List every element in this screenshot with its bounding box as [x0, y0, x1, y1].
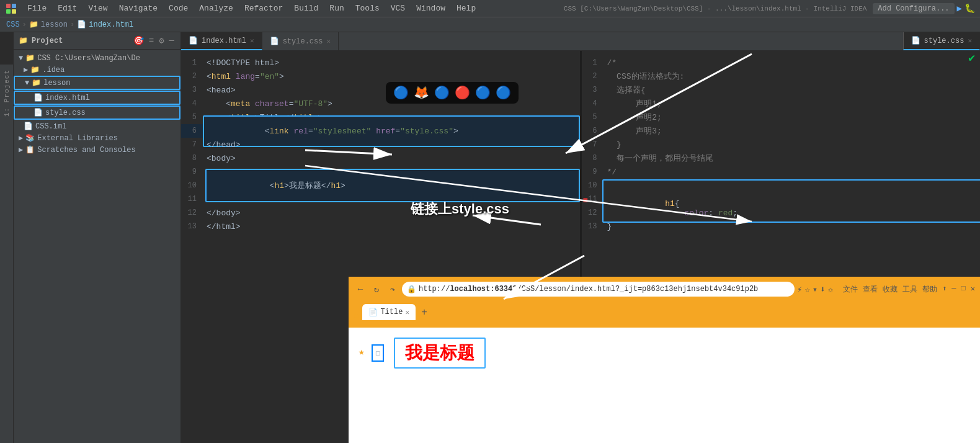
help-menu-browser[interactable]: 帮助	[922, 284, 937, 295]
tab-style-label: style.css	[283, 37, 323, 46]
tab-style-css-right[interactable]: 📄 style.css ✕	[903, 32, 980, 50]
tools-menu-browser[interactable]: 工具	[902, 284, 917, 295]
tree-style-css[interactable]: 📄 style.css	[14, 105, 180, 120]
tree-index-html[interactable]: 📄 index.html	[14, 91, 180, 105]
star-icon[interactable]: ☆	[804, 284, 809, 295]
tree-css-iml[interactable]: 📄 CSS.iml	[14, 120, 180, 132]
folder-icon: 📁	[32, 78, 41, 87]
r-code-line-7: 7 }	[582, 138, 981, 151]
tree-idea[interactable]: ▶ 📁 .idea	[14, 64, 180, 76]
code-line-8: 8 <body>	[181, 151, 580, 165]
locate-icon[interactable]: 🎯	[132, 35, 145, 47]
breadcrumb-css: CSS	[6, 20, 20, 29]
file-menu[interactable]: 文件	[843, 284, 858, 295]
security-icon: 🔒	[407, 285, 416, 294]
tree-ext-label: External Libraries	[37, 134, 118, 143]
vertical-tab[interactable]: 1: Project	[0, 65, 14, 443]
chrome-icon[interactable]: 🔵	[393, 85, 409, 101]
html-file-icon: 📄	[33, 93, 43, 102]
bookmark-icon[interactable]: ✩	[828, 284, 833, 295]
browser-tab-title[interactable]: 📄 Title ✕	[362, 304, 416, 320]
close-btn[interactable]: ✕	[971, 284, 975, 295]
tree-ext-libs[interactable]: ▶ 📚 External Libraries	[14, 132, 180, 144]
url-bar[interactable]: 🔒 http://localhost:63342http://localhost…	[402, 282, 795, 297]
r-code-line-13: 13 }	[582, 220, 981, 233]
menu-refactor[interactable]: Refactor	[239, 2, 288, 14]
new-tab-button[interactable]: +	[417, 305, 432, 320]
tab-style-css-left[interactable]: 📄 style.css ✕	[262, 32, 339, 50]
svg-rect-1	[12, 4, 16, 8]
r-code-line-9: 9 */	[582, 165, 981, 179]
scratches-icon: 📋	[25, 145, 35, 154]
firefox-icon[interactable]: 🦊	[414, 85, 429, 101]
r-code-line-4: 4 声明1;	[582, 97, 981, 110]
lightning-icon[interactable]: ⚡	[797, 284, 802, 295]
menu-window[interactable]: Window	[411, 2, 450, 14]
download-icon[interactable]: ⬇	[820, 284, 825, 295]
folder-icon: 📁	[30, 65, 40, 74]
back-button[interactable]: ←	[354, 282, 367, 296]
safari-icon[interactable]: 🔵	[434, 85, 450, 101]
menu-help[interactable]: Help	[452, 2, 481, 14]
close-right-tab-icon[interactable]: ✕	[968, 37, 972, 45]
edge-icon[interactable]: 🔵	[496, 85, 511, 101]
r-code-line-3: 3 选择器{	[582, 83, 981, 97]
main-layout: 1: Project 📁 Project 🎯 ≡ ⚙ — ▼ 📁 CSS C:\…	[0, 32, 980, 443]
title-text: CSS [C:\Users\WangZan\Desktop\CSS] - ...…	[564, 5, 866, 12]
maximize-btn[interactable]: □	[961, 284, 966, 295]
hide-icon[interactable]: —	[168, 35, 176, 47]
tree-lesson[interactable]: ▼ 📁 lesson	[14, 76, 180, 90]
ie-icon[interactable]: 🔵	[475, 85, 491, 101]
forward-button[interactable]: ↷	[386, 282, 399, 296]
svg-rect-0	[6, 4, 11, 8]
code-line-3: 3 <head>	[181, 83, 580, 97]
checkmark: ✔	[968, 51, 975, 65]
code-line-7: 7 </head>	[181, 138, 580, 151]
code-line-2: 2 <html lang="en">	[181, 69, 580, 83]
minimize-btn[interactable]: —	[951, 284, 956, 295]
home-icon[interactable]: ⌂	[354, 310, 359, 320]
html-tab-icon: 📄	[189, 36, 198, 45]
collapse-icon[interactable]: ≡	[148, 35, 155, 47]
tab-favicon: 📄	[368, 308, 378, 317]
menu-vcs[interactable]: VCS	[386, 2, 410, 14]
tree-lesson-label: lesson	[43, 79, 70, 87]
code-line-1: 1 <!DOCTYPE html>	[181, 56, 580, 69]
tree-root[interactable]: ▼ 📁 CSS C:\Users\WangZan\De	[14, 52, 180, 64]
view-menu[interactable]: 查看	[863, 284, 878, 295]
r-code-line-1: 1 /*	[582, 56, 981, 69]
menu-code[interactable]: Code	[164, 2, 193, 14]
dropdown-icon[interactable]: ▾	[813, 284, 817, 295]
close-tab-icon-2[interactable]: ✕	[326, 37, 331, 45]
refresh-button[interactable]: ↻	[370, 282, 383, 296]
code-line-10: 10 <h1>我是标题</h1>	[181, 179, 580, 192]
tree-scratches[interactable]: ▶ 📋 Scratches and Consoles	[14, 144, 180, 156]
opera-icon[interactable]: 🔴	[455, 85, 470, 101]
menu-build[interactable]: Build	[289, 2, 323, 14]
tab-index-label: index.html	[202, 37, 246, 45]
close-tab-icon[interactable]: ✕	[250, 37, 254, 45]
expand-icon: ▶	[19, 133, 23, 143]
add-config-button[interactable]: Add Configura...	[873, 3, 954, 14]
menu-run[interactable]: Run	[324, 2, 349, 14]
menu-view[interactable]: View	[83, 2, 112, 14]
menu-tools[interactable]: Tools	[350, 2, 385, 14]
debug-icon[interactable]: 🐛	[964, 3, 975, 14]
tab-index-html[interactable]: 📄 index.html ✕	[181, 32, 262, 50]
menu-navigate[interactable]: Navigate	[114, 2, 163, 14]
settings-icon[interactable]: ⚙	[158, 35, 165, 47]
favorites-menu[interactable]: 收藏	[883, 284, 898, 295]
menu-analyze[interactable]: Analyze	[194, 2, 238, 14]
editor-area: 📄 index.html ✕ 📄 style.css ✕ 📄 style.css…	[181, 32, 980, 443]
sidebar: 📁 Project 🎯 ≡ ⚙ — ▼ 📁 CSS C:\Users\WangZ…	[14, 32, 181, 443]
url-text: http://localhost:63342http://localhost:6…	[419, 285, 758, 293]
css-file-icon: 📄	[33, 108, 43, 117]
run-icon[interactable]: ▶	[957, 3, 962, 14]
menu-file[interactable]: File	[22, 2, 51, 14]
share-icon[interactable]: ⬆	[942, 284, 947, 295]
expand-icon: ▼	[25, 79, 29, 87]
folder-icon: 📁	[19, 36, 28, 45]
browser-tab-close[interactable]: ✕	[405, 308, 409, 316]
browser-toolbar: ← ↻ ↷ 🔒 http://localhost:63342http://loc…	[349, 278, 980, 300]
menu-edit[interactable]: Edit	[53, 2, 82, 14]
